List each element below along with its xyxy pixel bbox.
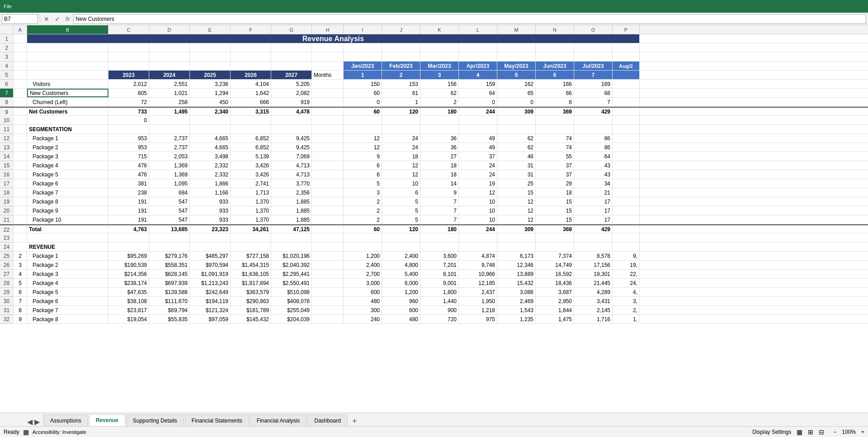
cell-f4[interactable]: [231, 62, 271, 70]
cell-o7[interactable]: 68: [574, 89, 613, 97]
cell-b19[interactable]: Package 8: [27, 197, 108, 206]
cell-m20[interactable]: 12: [497, 206, 536, 215]
cell-o19[interactable]: 17: [574, 197, 613, 206]
cell-d8[interactable]: 258: [149, 98, 190, 106]
cell-l7[interactable]: 64: [459, 89, 497, 97]
cell-h3[interactable]: [312, 52, 344, 61]
cell-a24[interactable]: [14, 242, 27, 251]
cell-n23[interactable]: [536, 233, 574, 242]
cell-p3[interactable]: [613, 52, 640, 61]
cell-o18[interactable]: 21: [574, 188, 613, 197]
cell-d29[interactable]: $139,588: [149, 288, 190, 296]
cell-h9[interactable]: [312, 108, 344, 115]
cell-b18[interactable]: Package 7: [27, 188, 108, 197]
cell-f15[interactable]: 3,426: [231, 161, 271, 170]
col-header-p[interactable]: P: [613, 25, 640, 34]
cell-o6[interactable]: 169: [574, 80, 613, 88]
cell-b9[interactable]: Net Customers: [27, 108, 108, 115]
cell-n29[interactable]: 3,687: [536, 288, 574, 296]
cell-o27[interactable]: 19,301: [574, 270, 613, 278]
cell-g8[interactable]: 919: [271, 98, 312, 106]
cell-i3[interactable]: [344, 52, 382, 61]
cell-e20[interactable]: 933: [190, 206, 231, 215]
cell-h12[interactable]: [312, 134, 344, 142]
cell-j20[interactable]: 5: [382, 206, 420, 215]
cell-g31[interactable]: $255,049: [271, 306, 312, 314]
cell-b17[interactable]: Package 6: [27, 179, 108, 188]
cell-h7[interactable]: [312, 89, 344, 97]
cell-n27[interactable]: 16,592: [536, 270, 574, 278]
cell-c16[interactable]: 476: [108, 170, 149, 179]
tab-financial-analysis[interactable]: Financial Analysis: [250, 414, 307, 426]
cell-i24[interactable]: [344, 242, 382, 251]
cell-e22[interactable]: 23,323: [190, 225, 231, 233]
cell-m12[interactable]: 62: [497, 134, 536, 142]
cell-i14[interactable]: 9: [344, 152, 382, 161]
cell-l13[interactable]: 49: [459, 143, 497, 152]
tab-financial-statements[interactable]: Financial Statements: [185, 414, 249, 426]
cell-c21[interactable]: 191: [108, 215, 149, 224]
cell-e25[interactable]: $485,297: [190, 252, 231, 260]
cell-a10[interactable]: [14, 116, 27, 124]
cell-j14[interactable]: 18: [382, 152, 420, 161]
cell-i6[interactable]: 150: [344, 80, 382, 88]
cell-h26[interactable]: [312, 261, 344, 269]
cell-b6[interactable]: Visitors: [27, 80, 108, 88]
zoom-out-button[interactable]: −: [833, 429, 836, 435]
cell-d10[interactable]: [149, 116, 190, 124]
cell-n2[interactable]: [536, 43, 574, 52]
cell-a23[interactable]: [14, 233, 27, 242]
cell-p14[interactable]: [613, 152, 640, 161]
cell-l19[interactable]: 10: [459, 197, 497, 206]
cell-j25[interactable]: 2,400: [382, 252, 420, 260]
cell-f25[interactable]: $727,158: [231, 252, 271, 260]
cell-c3[interactable]: [108, 52, 149, 61]
cell-i13[interactable]: 12: [344, 143, 382, 152]
cell-o30[interactable]: 3,431: [574, 297, 613, 305]
row-header-2[interactable]: 2: [0, 43, 14, 52]
cell-f18[interactable]: 1,713: [231, 188, 271, 197]
cell-e17[interactable]: 1,866: [190, 179, 231, 188]
cell-h11[interactable]: [312, 125, 344, 133]
cell-o23[interactable]: [574, 233, 613, 242]
cell-g7[interactable]: 2,082: [271, 89, 312, 97]
cell-k25[interactable]: 3,600: [420, 252, 459, 260]
cell-h6[interactable]: [312, 80, 344, 88]
cell-e14[interactable]: 3,498: [190, 152, 231, 161]
cell-c8[interactable]: 72: [108, 98, 149, 106]
cell-h28[interactable]: [312, 279, 344, 287]
cell-j10[interactable]: [382, 116, 420, 124]
row-header-6[interactable]: 6: [0, 80, 14, 89]
cell-h27[interactable]: [312, 270, 344, 278]
cell-m11[interactable]: [497, 125, 536, 133]
cell-g28[interactable]: $2,550,491: [271, 279, 312, 287]
cell-m14[interactable]: 46: [497, 152, 536, 161]
cell-k27[interactable]: 8,101: [420, 270, 459, 278]
cell-l25[interactable]: 4,874: [459, 252, 497, 260]
page-break-icon[interactable]: ⊟: [819, 428, 824, 436]
cell-c13[interactable]: 953: [108, 143, 149, 152]
cell-h22[interactable]: [312, 225, 344, 233]
cell-l23[interactable]: [459, 233, 497, 242]
cell-c25[interactable]: $95,269: [108, 252, 149, 260]
cell-b7[interactable]: New Customers: [27, 89, 108, 97]
cell-h30[interactable]: [312, 297, 344, 305]
cell-f30[interactable]: $290,863: [231, 297, 271, 305]
cell-i30[interactable]: 480: [344, 297, 382, 305]
cell-a31[interactable]: 8: [14, 306, 27, 314]
cell-f31[interactable]: $181,789: [231, 306, 271, 314]
cell-j6[interactable]: 153: [382, 80, 420, 88]
col-header-h[interactable]: H: [312, 25, 344, 34]
cell-p25[interactable]: 9,: [613, 252, 640, 260]
cell-f11[interactable]: [231, 125, 271, 133]
cell-i25[interactable]: 1,200: [344, 252, 382, 260]
cell-g15[interactable]: 4,713: [271, 161, 312, 170]
cell-n14[interactable]: 55: [536, 152, 574, 161]
cell-h2[interactable]: [312, 43, 344, 52]
cell-j12[interactable]: 24: [382, 134, 420, 142]
row-header-28[interactable]: 28: [0, 279, 14, 288]
cell-d20[interactable]: 547: [149, 206, 190, 215]
cell-n19[interactable]: 15: [536, 197, 574, 206]
cell-k12[interactable]: 36: [420, 134, 459, 142]
cell-k2[interactable]: [420, 43, 459, 52]
